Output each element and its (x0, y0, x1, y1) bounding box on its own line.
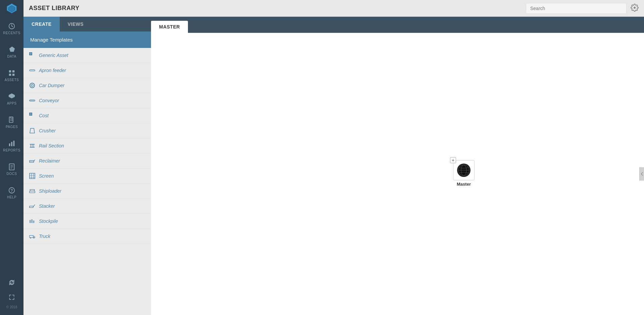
template-label: Cost (39, 113, 49, 118)
template-label: Apron feeder (39, 68, 66, 73)
svg-rect-4 (9, 70, 11, 72)
template-label: Generic Asset (39, 53, 68, 58)
template-label: Truck (39, 234, 50, 239)
generic-asset-icon (29, 52, 36, 59)
template-label: Rail Section (39, 143, 64, 148)
master-node[interactable]: + Master (453, 160, 475, 187)
canvas-with-tabs: MASTER + (151, 17, 644, 315)
sidebar-panel: CREATE VIEWS Manage Templates Generic As… (23, 17, 151, 315)
list-item[interactable]: Crusher (23, 123, 151, 138)
svg-text:?: ? (10, 188, 13, 193)
list-item[interactable]: Generic Asset (23, 48, 151, 63)
refresh-button[interactable] (0, 276, 23, 289)
list-item[interactable]: Cost (23, 108, 151, 123)
master-globe-icon (457, 164, 470, 177)
tab-master[interactable]: MASTER (151, 21, 188, 33)
template-list: Generic Asset Apron feeder Car Dumper (23, 48, 151, 315)
svg-rect-43 (30, 173, 35, 179)
svg-rect-13 (13, 140, 15, 146)
apron-feeder-icon (29, 67, 36, 74)
svg-rect-12 (11, 142, 12, 146)
page-title: ASSET LIBRARY (29, 5, 80, 12)
sidebar-item-recents[interactable]: RECENTS (0, 17, 23, 40)
app-logo[interactable] (0, 0, 23, 17)
sidebar-item-apps[interactable]: APPS (0, 87, 23, 111)
svg-rect-55 (30, 220, 31, 223)
reclaimer-icon (29, 158, 36, 164)
svg-rect-8 (9, 117, 13, 122)
svg-rect-7 (12, 73, 14, 75)
car-dumper-icon (29, 82, 36, 89)
template-label: Shiploader (39, 188, 61, 194)
rail-section-icon (29, 142, 36, 149)
template-label: Crusher (39, 128, 56, 133)
svg-marker-34 (30, 128, 35, 133)
template-label: Screen (39, 173, 54, 179)
svg-rect-26 (30, 100, 35, 101)
template-label: Reclaimer (39, 158, 60, 164)
svg-rect-6 (9, 73, 11, 75)
master-node-box: + (453, 160, 475, 180)
expand-button[interactable] (0, 291, 23, 304)
svg-rect-11 (9, 143, 10, 146)
conveyor-icon (29, 97, 36, 104)
list-item[interactable]: Truck (23, 229, 151, 244)
canvas-content: + Master (151, 33, 644, 315)
template-label: Stacker (39, 203, 55, 209)
stacker-icon (29, 203, 36, 209)
tab-create[interactable]: CREATE (23, 17, 60, 32)
copyright-text: © 2018 (6, 305, 17, 312)
screen-icon (29, 173, 36, 179)
list-item[interactable]: Reclaimer (23, 153, 151, 169)
master-node-label: Master (457, 182, 471, 187)
list-item[interactable]: Shiploader (23, 184, 151, 199)
svg-rect-5 (12, 70, 14, 72)
sidebar-tabs: CREATE VIEWS (23, 17, 151, 32)
svg-rect-58 (30, 236, 33, 238)
manage-templates-button[interactable]: Manage Templates (23, 32, 151, 48)
sidebar-item-assets[interactable]: ASSETS (0, 64, 23, 87)
add-node-button[interactable]: + (450, 157, 456, 163)
stockpile-icon (29, 218, 36, 225)
sidebar-item-pages[interactable]: PAGES (0, 111, 23, 134)
sidebar-item-reports[interactable]: REPORTS (0, 134, 23, 158)
left-navigation: RECENTS DATA ASSETS APPS PAGES REPORTS D… (0, 0, 23, 315)
truck-icon (29, 233, 36, 240)
tab-views[interactable]: VIEWS (60, 17, 92, 32)
svg-rect-56 (31, 219, 33, 223)
list-item[interactable]: Conveyor (23, 93, 151, 108)
shiploader-icon (29, 188, 36, 194)
svg-point-25 (31, 84, 33, 86)
sidebar-item-docs[interactable]: DOCS (0, 158, 23, 181)
canvas-tabs: MASTER (151, 17, 644, 33)
list-item[interactable]: Stacker (23, 199, 151, 214)
sidebar-item-help[interactable]: ? HELP (0, 181, 23, 204)
right-collapse-handle[interactable] (639, 167, 644, 181)
svg-point-59 (30, 237, 31, 238)
template-label: Stockpile (39, 218, 58, 224)
svg-line-53 (33, 205, 35, 207)
nav-bottom: © 2018 (0, 276, 23, 315)
header-right (526, 3, 639, 14)
list-item[interactable]: Apron feeder (23, 63, 151, 78)
cost-icon (29, 112, 36, 119)
svg-rect-48 (30, 191, 35, 193)
content-area: CREATE VIEWS Manage Templates Generic As… (23, 17, 644, 315)
list-item[interactable]: Car Dumper (23, 78, 151, 93)
list-item[interactable]: Stockpile (23, 214, 151, 229)
template-label: Conveyor (39, 98, 59, 103)
sidebar-item-data[interactable]: DATA (0, 40, 23, 64)
search-input[interactable] (526, 3, 627, 14)
svg-rect-52 (30, 206, 33, 208)
svg-rect-23 (30, 70, 35, 71)
svg-point-24 (30, 83, 35, 88)
main-area: ASSET LIBRARY CREATE VIEWS Manage Templa… (23, 0, 644, 315)
list-item[interactable]: Screen (23, 169, 151, 184)
svg-rect-57 (33, 220, 35, 223)
svg-marker-3 (9, 46, 15, 52)
crusher-icon (29, 127, 36, 134)
list-item[interactable]: Rail Section (23, 138, 151, 153)
template-label: Car Dumper (39, 83, 64, 88)
settings-icon[interactable] (631, 4, 639, 13)
svg-point-60 (33, 237, 34, 238)
